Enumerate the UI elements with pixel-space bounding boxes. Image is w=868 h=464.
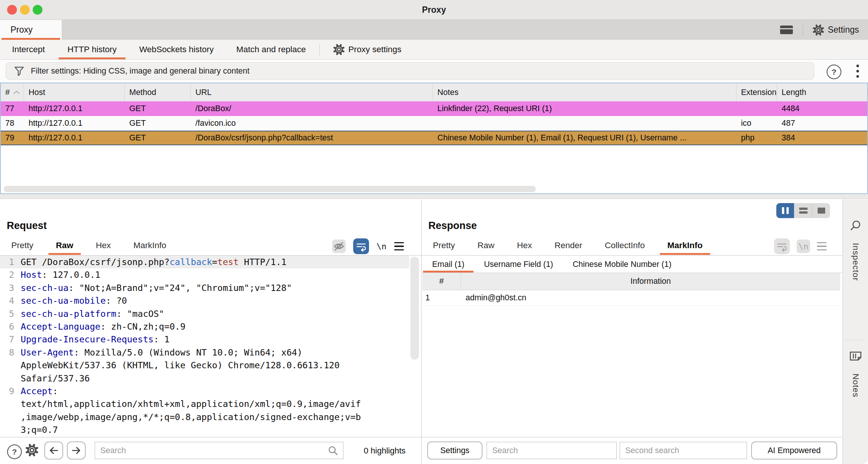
response-tab-pretty[interactable]: Pretty (422, 237, 466, 254)
response-tab-render[interactable]: Render (543, 237, 594, 254)
cell: Linkfinder (22), Request URI (1) (433, 101, 736, 116)
sidebar-tab-notes[interactable]: Notes (843, 350, 868, 398)
line-number: 4 (0, 294, 14, 307)
response-search-input[interactable] (487, 446, 616, 455)
column-header-method[interactable]: Method (125, 83, 191, 101)
column-header-url[interactable]: URL (191, 83, 433, 101)
cell: /favicon.ico (191, 116, 433, 131)
response-tab-hex[interactable]: Hex (506, 237, 543, 254)
line-number: 6 (0, 320, 14, 333)
pause-button[interactable] (776, 203, 794, 218)
tab-label: Hex (96, 241, 111, 250)
splitter[interactable] (0, 194, 868, 199)
cell: php (736, 131, 777, 145)
response-second-search-input[interactable] (620, 446, 747, 455)
ai-empowered-button[interactable]: AI Empowered (751, 441, 837, 459)
markinfo-tab-chinesemobilenumber1[interactable]: Chinese Mobile Number (1) (563, 256, 681, 273)
cell: 4484 (777, 101, 867, 116)
response-tabs: PrettyRawHexRenderCollectInfoMarkInfo (422, 237, 714, 254)
tab-label: CollectInfo (605, 241, 645, 250)
history-row-79-selected[interactable]: 79http://127.0.0.1GET/DoraBox/csrf/jsonp… (1, 131, 867, 145)
word-wrap-toggle[interactable] (353, 238, 369, 254)
response-tab-markinfo[interactable]: MarkInfo (656, 237, 714, 254)
settings-button[interactable]: Settings (813, 24, 859, 36)
more-options-icon[interactable] (850, 63, 865, 79)
cell: /DoraBox/ (191, 101, 433, 116)
inspector-label: Inspector (851, 243, 860, 281)
search-icon (327, 445, 339, 456)
cell (433, 116, 736, 131)
markinfo-tab-email1[interactable]: Email (1) (422, 256, 474, 273)
request-search-input[interactable] (95, 446, 327, 455)
divider (803, 24, 803, 36)
response-panel: Response PrettyRawHexRenderCollectInfoMa… (422, 199, 842, 464)
stop-button[interactable] (812, 203, 830, 218)
request-line-wrap: Safari/537.36 (0, 372, 409, 385)
column-header-notes[interactable]: Notes (433, 83, 736, 101)
request-scrollbar[interactable] (410, 257, 419, 360)
tab-label: Email (1) (432, 260, 464, 269)
settings-label: Settings (828, 25, 859, 35)
layout-rows-button[interactable] (794, 203, 812, 218)
http-history-table: #HostMethodURLNotesExtensionLength 77htt… (0, 83, 868, 194)
tab-proxy-label: Proxy (11, 25, 33, 35)
cell: 78 (1, 116, 24, 131)
window-layout-icon[interactable] (780, 26, 793, 34)
history-table-header[interactable]: #HostMethodURLNotesExtensionLength (1, 83, 867, 101)
request-tab-markinfo[interactable]: MarkInfo (122, 237, 178, 254)
request-tab-pretty[interactable]: Pretty (0, 237, 45, 254)
response-title: Response (428, 220, 477, 232)
filter-settings-bar[interactable]: Filter settings: Hiding CSS, image and g… (6, 62, 814, 80)
markinfo-tab-usernamefield1[interactable]: Username Field (1) (474, 256, 563, 273)
subtab-http-history[interactable]: HTTP history (56, 40, 128, 59)
cell: 77 (1, 101, 24, 116)
search-help-icon[interactable]: ? (7, 444, 22, 459)
request-panel: Request PrettyRawHexMarkInfo \n 1GET /Do… (0, 199, 422, 464)
cell: http://127.0.0.1 (24, 101, 125, 116)
show-newlines-toggle-disabled[interactable]: \n (797, 240, 810, 253)
request-line-wrap: ,image/webp,image/apng,*/*;q=0.8,applica… (0, 411, 409, 423)
show-newlines-toggle[interactable]: \n (377, 242, 387, 251)
editor-menu-icon[interactable] (817, 242, 827, 251)
main-tab-strip: Proxy Settings (0, 20, 868, 40)
subtab-websockets-history[interactable]: WebSockets history (128, 40, 225, 59)
tab-proxy[interactable]: Proxy (0, 20, 62, 40)
info-col-number: # (422, 273, 461, 290)
request-tab-hex[interactable]: Hex (85, 237, 122, 254)
burp-proxy-window: Proxy Proxy Settings InterceptHTTP histo… (0, 0, 868, 464)
line-number: 7 (0, 333, 14, 346)
response-tab-raw[interactable]: Raw (466, 237, 506, 254)
request-raw-editor[interactable]: 1GET /DoraBox/csrf/jsonp.php?callback=te… (0, 256, 409, 437)
search-settings-icon[interactable] (26, 444, 38, 456)
editor-menu-icon[interactable] (394, 242, 404, 251)
column-header-extension[interactable]: Extension (736, 83, 777, 101)
markinfo-settings-button[interactable]: Settings (427, 441, 482, 459)
history-row-78[interactable]: 78http://127.0.0.1GET/favicon.icoico487 (1, 116, 867, 131)
prev-match-button[interactable] (44, 441, 63, 459)
history-row-77[interactable]: 77http://127.0.0.1GET/DoraBox/Linkfinder… (1, 101, 867, 116)
help-icon[interactable]: ? (827, 65, 841, 79)
word-wrap-toggle-disabled[interactable] (774, 238, 790, 254)
subtab-match-and-replace[interactable]: Match and replace (225, 40, 317, 59)
active-tab-underline (59, 57, 126, 59)
active-tab-underline (660, 253, 710, 255)
sort-ascending-icon (13, 90, 20, 95)
divider (845, 340, 865, 340)
request-tab-raw[interactable]: Raw (45, 237, 85, 254)
response-tab-collectinfo[interactable]: CollectInfo (594, 237, 656, 254)
horizontal-scrollbar[interactable] (4, 186, 536, 192)
sidebar-tab-inspector[interactable]: Inspector (843, 219, 868, 281)
gear-icon (333, 44, 345, 55)
column-header-num[interactable]: # (1, 83, 24, 101)
info-row-1[interactable]: 1admin@gh0st.cn (422, 290, 840, 306)
subtab-intercept[interactable]: Intercept (1, 40, 56, 59)
column-header-length[interactable]: Length (777, 83, 867, 101)
history-table-body: 77http://127.0.0.1GET/DoraBox/Linkfinder… (1, 101, 867, 145)
request-line-2: 2Host: 127.0.0.1 (0, 268, 409, 281)
cell: 384 (777, 131, 867, 145)
column-header-host[interactable]: Host (24, 83, 125, 101)
next-match-button[interactable] (67, 441, 86, 459)
hide-icon[interactable] (332, 240, 346, 253)
subtab-proxy-settings[interactable]: Proxy settings (322, 40, 413, 59)
request-line-1: 1GET /DoraBox/csrf/jsonp.php?callback=te… (0, 256, 409, 268)
